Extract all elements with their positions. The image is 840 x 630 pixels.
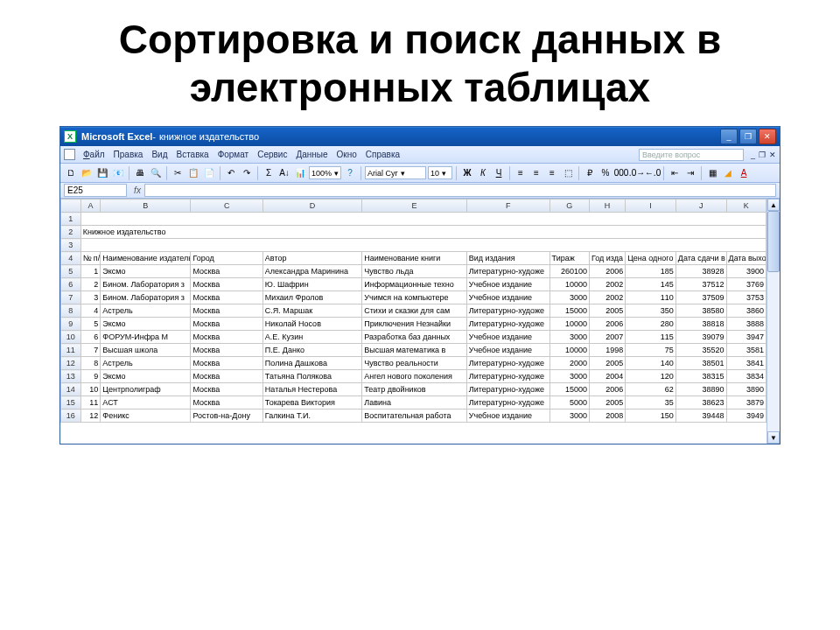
col-header-B[interactable]: B bbox=[101, 200, 191, 213]
cell[interactable]: Стихи и сказки для сам bbox=[362, 304, 467, 318]
cell[interactable]: Литературно-художе bbox=[466, 304, 550, 318]
cell[interactable]: 38315 bbox=[676, 370, 726, 383]
col-header-F[interactable]: F bbox=[466, 200, 550, 213]
cell[interactable]: 3581 bbox=[726, 344, 766, 357]
cell[interactable]: 3900 bbox=[726, 265, 766, 278]
scroll-down-button[interactable]: ▼ bbox=[767, 431, 780, 444]
hdr-price[interactable]: Цена одного bbox=[626, 252, 676, 265]
cell[interactable]: 38623 bbox=[676, 396, 726, 410]
undo-button[interactable]: ↶ bbox=[224, 166, 238, 180]
cell[interactable]: 10000 bbox=[550, 278, 589, 291]
row-header[interactable]: 11 bbox=[61, 344, 81, 357]
cell[interactable]: Москва bbox=[191, 357, 262, 370]
cell[interactable]: 2006 bbox=[589, 318, 625, 331]
chart-button[interactable]: 📊 bbox=[293, 166, 307, 180]
cell[interactable] bbox=[80, 213, 766, 226]
cell[interactable]: 3000 bbox=[550, 410, 589, 423]
col-header-I[interactable]: I bbox=[626, 200, 676, 213]
cell[interactable]: Эксмо bbox=[101, 370, 191, 383]
cell[interactable]: Наталья Нестерова bbox=[262, 383, 361, 396]
menu-insert[interactable]: Вставка bbox=[172, 148, 213, 161]
cell[interactable]: Центрполиграф bbox=[101, 383, 191, 396]
col-header-E[interactable]: E bbox=[362, 200, 467, 213]
row-header[interactable]: 4 bbox=[61, 252, 81, 265]
cell[interactable]: 6 bbox=[80, 331, 101, 344]
cell[interactable]: 260100 bbox=[550, 265, 589, 278]
cell[interactable]: Эксмо bbox=[101, 318, 191, 331]
fx-icon[interactable]: fx bbox=[130, 186, 144, 195]
underline-button[interactable]: Ч bbox=[492, 166, 506, 180]
align-left-button[interactable]: ≡ bbox=[514, 166, 528, 180]
menu-data[interactable]: Данные bbox=[291, 148, 332, 161]
cell[interactable]: 15000 bbox=[550, 383, 589, 396]
cell[interactable]: Москва bbox=[191, 318, 262, 331]
menu-view[interactable]: Вид bbox=[147, 148, 172, 161]
menu-format[interactable]: Формат bbox=[214, 148, 254, 161]
cell[interactable]: Токарева Виктория bbox=[262, 396, 361, 410]
hdr-no[interactable]: № п/п bbox=[80, 252, 101, 265]
cell[interactable]: 2007 bbox=[589, 331, 625, 344]
hdr-city[interactable]: Город bbox=[191, 252, 262, 265]
cell[interactable]: 35 bbox=[626, 396, 676, 410]
cell[interactable]: Ангел нового поколения bbox=[362, 370, 467, 383]
col-header-G[interactable]: G bbox=[550, 200, 589, 213]
cell[interactable]: 8 bbox=[80, 357, 101, 370]
cell[interactable]: 39079 bbox=[676, 331, 726, 344]
row-header[interactable]: 3 bbox=[61, 239, 81, 252]
cell[interactable]: 280 bbox=[626, 318, 676, 331]
cell[interactable]: 3879 bbox=[726, 396, 766, 410]
bold-button[interactable]: Ж bbox=[460, 166, 474, 180]
cell[interactable]: Ю. Шафрин bbox=[262, 278, 361, 291]
cell[interactable]: Москва bbox=[191, 331, 262, 344]
cell[interactable]: Разработка баз данных bbox=[362, 331, 467, 344]
scroll-thumb[interactable] bbox=[767, 211, 780, 272]
borders-button[interactable]: ▦ bbox=[705, 166, 719, 180]
row-header[interactable]: 6 bbox=[61, 278, 81, 291]
cell[interactable]: 3753 bbox=[726, 291, 766, 304]
cell[interactable]: 62 bbox=[626, 383, 676, 396]
cell[interactable]: 3949 bbox=[726, 410, 766, 423]
col-header-C[interactable]: C bbox=[191, 200, 262, 213]
cell[interactable]: П.Е. Данко bbox=[262, 344, 361, 357]
cut-button[interactable]: ✂ bbox=[171, 166, 185, 180]
mdi-restore-button[interactable]: ❐ bbox=[759, 150, 766, 159]
help-search-input[interactable]: Введите вопрос bbox=[639, 149, 744, 161]
formula-input[interactable] bbox=[144, 184, 776, 197]
cell[interactable]: 3947 bbox=[726, 331, 766, 344]
cell[interactable]: Литературно-художе bbox=[466, 370, 550, 383]
row-header[interactable]: 7 bbox=[61, 291, 81, 304]
cell[interactable]: 2002 bbox=[589, 291, 625, 304]
cell[interactable]: Информационные техно bbox=[362, 278, 467, 291]
cell[interactable]: Бином. Лаборатория з bbox=[101, 291, 191, 304]
cell[interactable]: Москва bbox=[191, 383, 262, 396]
row-header[interactable]: 12 bbox=[61, 357, 81, 370]
col-header-H[interactable]: H bbox=[589, 200, 625, 213]
cell[interactable]: 150 bbox=[626, 410, 676, 423]
cell[interactable]: ФОРУМ-Инфра М bbox=[101, 331, 191, 344]
cell[interactable]: 115 bbox=[626, 331, 676, 344]
cell[interactable]: 140 bbox=[626, 357, 676, 370]
cell[interactable]: 145 bbox=[626, 278, 676, 291]
cell[interactable]: 10000 bbox=[550, 318, 589, 331]
cell[interactable]: Учимся на компьютере bbox=[362, 291, 467, 304]
cell[interactable]: 4 bbox=[80, 304, 101, 318]
new-button[interactable]: 🗋 bbox=[64, 166, 78, 180]
zoom-select[interactable]: 100%▾ bbox=[309, 166, 341, 179]
help-button[interactable]: ? bbox=[343, 166, 357, 180]
hdr-d1[interactable]: Дата сдачи в bbox=[676, 252, 726, 265]
cell[interactable]: 38928 bbox=[676, 265, 726, 278]
cell[interactable]: 3000 bbox=[550, 291, 589, 304]
font-color-button[interactable]: A bbox=[737, 166, 751, 180]
comma-button[interactable]: 000 bbox=[614, 166, 628, 180]
cell[interactable]: Татьяна Полякова bbox=[262, 370, 361, 383]
cell[interactable]: Литературно-художе bbox=[466, 396, 550, 410]
hdr-author[interactable]: Автор bbox=[262, 252, 361, 265]
row-header[interactable]: 16 bbox=[61, 410, 81, 423]
cell[interactable]: Москва bbox=[191, 304, 262, 318]
cell[interactable]: Михаил Фролов bbox=[262, 291, 361, 304]
row-header[interactable]: 14 bbox=[61, 383, 81, 396]
merge-button[interactable]: ⬚ bbox=[561, 166, 575, 180]
cell[interactable]: 3860 bbox=[726, 304, 766, 318]
select-all-corner[interactable] bbox=[61, 200, 81, 213]
align-center-button[interactable]: ≡ bbox=[529, 166, 543, 180]
